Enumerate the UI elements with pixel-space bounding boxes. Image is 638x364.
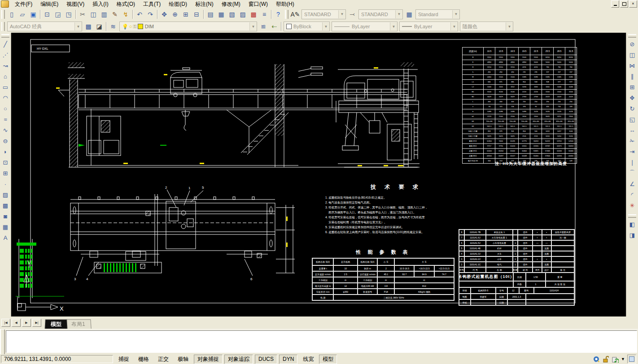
offset-icon[interactable]: ∥ (627, 71, 638, 82)
tab-layout1[interactable]: 布局1 (65, 319, 91, 329)
status-toggle-对象追踪[interactable]: 对象追踪 (224, 355, 253, 364)
menu-插入(I)[interactable]: 插入(I) (88, 0, 112, 8)
layer-combo[interactable]: 💡 ○ ⚿ DIM ▼ (119, 22, 257, 31)
tray-menu-arrow-icon[interactable]: ▼ (621, 357, 625, 361)
explode-icon[interactable]: ✳ (627, 200, 638, 211)
zoom-previous-icon[interactable]: ⊟ (191, 9, 202, 20)
chevron-down-icon[interactable]: ▼ (450, 22, 458, 30)
construction-line-icon[interactable]: ⋰ (0, 49, 11, 60)
drawing-canvas[interactable]: HY·DXL 2 1 5 3 4 6 X 跨度(m)10.513.516.519… (11, 33, 626, 316)
status-toggle-捕捉[interactable]: 捕捉 (115, 355, 133, 364)
toolbar-grip[interactable] (628, 34, 636, 38)
layer-properties-manager-icon[interactable]: ≋ (108, 21, 118, 32)
designcenter-icon[interactable]: ▦ (216, 9, 227, 20)
status-toggle-线宽[interactable]: 线宽 (299, 355, 317, 364)
status-toggle-对象捕捉[interactable]: 对象捕捉 (194, 355, 223, 364)
menu-窗口(W)[interactable]: 窗口(W) (245, 0, 272, 8)
toolbar-grip[interactable] (1, 34, 9, 38)
hatch-icon[interactable]: ▨ (0, 189, 11, 200)
make-object-layer-current-icon[interactable]: ≌ (258, 21, 269, 32)
chevron-down-icon[interactable]: ▼ (322, 22, 329, 30)
trim-icon[interactable]: ✁ (627, 135, 638, 146)
plot-preview-icon[interactable]: ◲ (52, 9, 63, 20)
rectangle-icon[interactable]: ▭ (0, 82, 11, 92)
menu-工具(T)[interactable]: 工具(T) (139, 0, 165, 8)
associated-standards-icon[interactable] (612, 355, 619, 363)
tab-nav-button[interactable]: ◀ (12, 319, 21, 327)
my-workspace-icon[interactable]: ◪ (94, 21, 105, 32)
plot-icon[interactable]: ⊡ (42, 9, 52, 20)
cut-icon[interactable]: ✂ (77, 9, 88, 20)
linetype-combo[interactable]: ByLayer ▼ (332, 22, 398, 31)
clean-screen-button[interactable] (627, 355, 636, 364)
draworder-back-icon[interactable]: ◨ (627, 230, 638, 240)
gradient-icon[interactable]: ▩ (0, 200, 11, 211)
layer-freeze-icon[interactable]: ○ (129, 24, 132, 29)
chevron-down-icon[interactable]: ▼ (74, 22, 82, 30)
menu-文件(F)[interactable]: 文件(F) (11, 0, 36, 8)
properties-icon[interactable]: ▤ (205, 9, 216, 20)
restore-button[interactable] (620, 0, 628, 8)
chamfer-icon[interactable]: ∠ (627, 178, 638, 189)
draworder-front-icon[interactable]: ◧ (627, 219, 638, 230)
paste-icon[interactable]: ▥ (99, 9, 109, 20)
zoom-window-icon[interactable]: ⊞ (180, 9, 191, 20)
polyline-icon[interactable]: ↝ (0, 60, 11, 71)
publish-icon[interactable]: ◳ (63, 9, 74, 20)
tool-palettes-icon[interactable]: ▧ (227, 9, 237, 20)
status-toggle-正交[interactable]: 正交 (154, 355, 172, 364)
rotate-icon[interactable]: ↻ (627, 103, 638, 114)
help-icon[interactable]: ? (273, 9, 284, 20)
tab-nav-button[interactable]: |◀ (1, 319, 10, 327)
menu-视图(V)[interactable]: 视图(V) (62, 0, 88, 8)
copy-icon[interactable]: ◫ (627, 49, 638, 60)
new-icon[interactable]: ▯ (6, 9, 17, 20)
chevron-down-icon[interactable]: ▼ (506, 22, 513, 30)
ellipse-arc-icon[interactable]: ◗ (0, 146, 11, 157)
tab-model[interactable]: 模型 (44, 319, 67, 329)
plot-style-combo[interactable]: 随颜色 ▼ (460, 22, 513, 31)
mirror-icon[interactable]: ⋈ (627, 60, 638, 71)
chevron-down-icon[interactable]: ▼ (395, 10, 402, 18)
fillet-icon[interactable]: ◜ (627, 189, 638, 200)
text-style-icon[interactable]: A✎ (290, 9, 301, 20)
dim-style-combo[interactable]: STANDARD ▼ (358, 9, 403, 19)
lineweight-combo[interactable]: ByLayer ▼ (399, 22, 458, 31)
layer-on-icon[interactable]: 💡 (122, 24, 128, 30)
dim-style-icon[interactable]: ⤙ (347, 9, 358, 20)
close-button[interactable]: × (629, 0, 637, 8)
open-icon[interactable]: ▱ (17, 9, 28, 20)
erase-icon[interactable]: ⊘ (627, 39, 638, 49)
undo-icon[interactable]: ↶ (134, 9, 145, 20)
chevron-down-icon[interactable]: ▼ (390, 22, 397, 30)
array-icon[interactable]: ⊞ (627, 82, 638, 92)
block-editor-icon[interactable]: ↯ (120, 9, 131, 20)
make-block-icon[interactable]: ⊞ (0, 168, 11, 178)
minimize-button[interactable] (611, 0, 619, 8)
tab-nav-button[interactable]: ▶ (22, 319, 31, 327)
workspace-combo[interactable]: AutoCAD 经典 ▼ (7, 22, 82, 31)
layer-lock-icon[interactable]: ⚿ (133, 24, 136, 30)
status-toggle-极轴[interactable]: 极轴 (174, 355, 192, 364)
chevron-down-icon[interactable]: ▼ (452, 10, 459, 18)
command-window-grip[interactable] (0, 329, 5, 355)
menu-格式(O)[interactable]: 格式(O) (113, 0, 139, 8)
table-icon[interactable]: ▦ (0, 221, 11, 232)
unlock-icon[interactable] (602, 355, 609, 363)
ellipse-icon[interactable]: ⊖ (0, 135, 11, 146)
menu-标注(N)[interactable]: 标注(N) (191, 0, 218, 8)
text-style-combo[interactable]: STANDARD ▼ (302, 9, 346, 19)
menu-绘图(D)[interactable]: 绘图(D) (165, 0, 191, 8)
zoom-realtime-icon[interactable]: ⊕ (170, 9, 180, 20)
menu-帮助(H)[interactable]: 帮助(H) (272, 0, 298, 8)
spline-icon[interactable]: ∿ (0, 125, 11, 135)
toolbar-grip[interactable] (1, 22, 5, 31)
color-combo[interactable]: ByBlock ▼ (284, 22, 330, 31)
menu-编辑(E)[interactable]: 编辑(E) (36, 0, 62, 8)
status-toggle-栅格[interactable]: 栅格 (135, 355, 153, 364)
status-toggle-模型[interactable]: 模型 (319, 355, 337, 364)
extend-icon[interactable]: ⇥ (627, 146, 638, 157)
line-icon[interactable]: ╱ (0, 39, 11, 49)
table-style-icon[interactable]: ▦ (404, 9, 415, 20)
layer-color-swatch[interactable] (138, 24, 143, 29)
